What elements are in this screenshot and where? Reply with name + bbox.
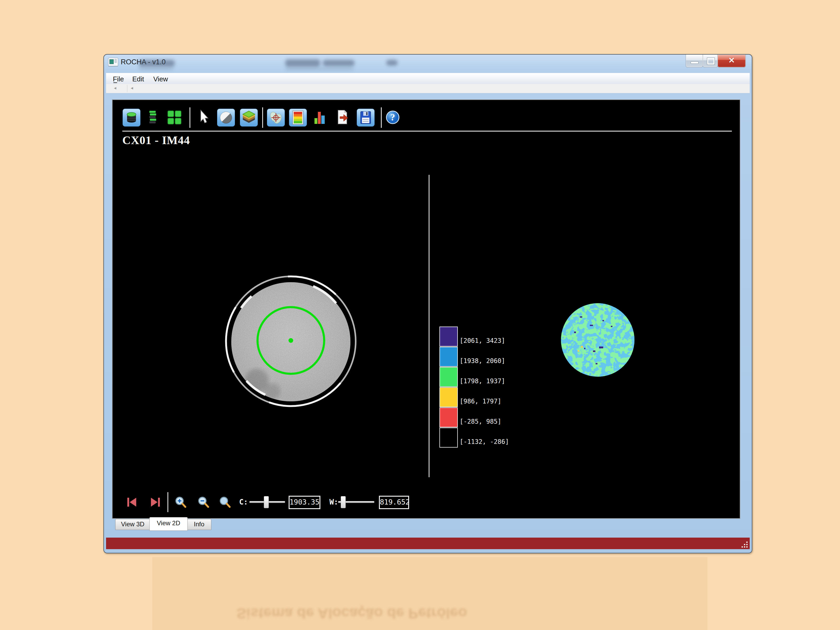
titlebar[interactable]: ROCHA - v1.0 ✕	[104, 55, 752, 69]
menu-bar: File Edit View	[106, 73, 750, 84]
ghost-artifact	[323, 60, 354, 66]
width-slider-thumb[interactable]	[341, 496, 346, 508]
toolbar-separator	[381, 107, 382, 128]
legend-swatch	[439, 387, 458, 407]
legend-range: [-285, 985]	[459, 418, 501, 425]
slices-icon[interactable]	[144, 109, 161, 126]
status-bar	[106, 538, 750, 549]
export-icon[interactable]	[334, 109, 351, 126]
ghost-artifact	[139, 60, 175, 67]
legend-swatch	[439, 327, 458, 346]
menu-edit[interactable]: Edit	[131, 74, 146, 84]
help-icon[interactable]: ?	[384, 109, 401, 126]
tab-view-3d[interactable]: View 3D	[115, 519, 150, 530]
pane-divider	[429, 175, 429, 477]
desktop: Sistema de Alocação de Petróleo ROCHA - …	[0, 0, 840, 630]
ghost-artifact	[285, 59, 320, 67]
toolbar-separator	[262, 107, 263, 128]
zoom-reset-icon[interactable]	[219, 496, 232, 509]
toolbar-separator	[189, 107, 190, 128]
toolstrip: ◂ ◂	[106, 84, 750, 93]
roi-icon[interactable]	[267, 109, 285, 126]
database-icon[interactable]	[123, 109, 141, 126]
tab-info[interactable]: Info	[187, 519, 211, 530]
ghost-artifact	[285, 68, 354, 70]
legend-swatch	[439, 407, 458, 427]
close-button[interactable]: ✕	[717, 55, 746, 68]
save-icon[interactable]	[357, 109, 374, 126]
minimize-button[interactable]	[686, 55, 703, 68]
center-slider-thumb[interactable]	[264, 496, 269, 508]
layers-icon[interactable]	[240, 109, 258, 126]
toolbar-underline	[122, 131, 732, 131]
legend-range: [1938, 2060]	[459, 357, 505, 365]
next-slice-button[interactable]	[149, 496, 161, 508]
cursor-icon[interactable]	[194, 109, 212, 126]
toolstrip-grip-icon: ◂	[114, 85, 116, 91]
legend-range: [1798, 1937]	[459, 377, 505, 385]
legend-range: [986, 1797]	[459, 398, 501, 405]
contrast-icon[interactable]	[217, 109, 235, 126]
file-mnemonic-underline	[114, 82, 117, 83]
svg-text:?: ?	[390, 112, 395, 123]
center-label: C:	[239, 498, 248, 506]
viewer-panel: ? CX01 - IM44	[112, 99, 740, 519]
menu-view[interactable]: View	[152, 74, 170, 84]
legend-swatch	[439, 347, 458, 367]
legend-range: [2061, 3423]	[459, 337, 505, 344]
app-window: ROCHA - v1.0 ✕ File Edit View ◂ ◂	[103, 54, 752, 553]
legend-range: [-1132, -286]	[459, 438, 509, 445]
width-value-box[interactable]: 819.652	[379, 496, 409, 509]
controls-separator	[167, 492, 168, 512]
reflected-slide-title: Sistema de Alocação de Petróleo	[199, 601, 504, 622]
grid-icon[interactable]	[166, 109, 183, 126]
ghost-artifact	[387, 60, 398, 66]
legend-swatch	[439, 428, 458, 448]
zoom-in-icon[interactable]	[174, 496, 188, 509]
width-label: W:	[330, 498, 338, 506]
ct-slice-image[interactable]	[217, 268, 364, 415]
resize-grip[interactable]	[740, 540, 748, 548]
prev-slice-button[interactable]	[126, 496, 138, 508]
slice-title: CX01 - IM44	[122, 134, 190, 147]
legend-swatch	[439, 367, 458, 387]
toolstrip-grip-icon: ◂	[131, 85, 133, 91]
tab-view-2d[interactable]: View 2D	[149, 517, 188, 531]
roi-center-dot	[289, 338, 293, 343]
app-icon	[108, 58, 118, 66]
classified-slice-image[interactable]	[558, 300, 637, 379]
zoom-out-icon[interactable]	[197, 496, 210, 509]
colormap-icon[interactable]	[289, 109, 307, 126]
ghost-artifact	[139, 68, 173, 70]
center-value-box[interactable]: 1903.35	[289, 496, 320, 509]
histogram-icon[interactable]	[311, 109, 328, 126]
maximize-button[interactable]	[703, 55, 718, 68]
